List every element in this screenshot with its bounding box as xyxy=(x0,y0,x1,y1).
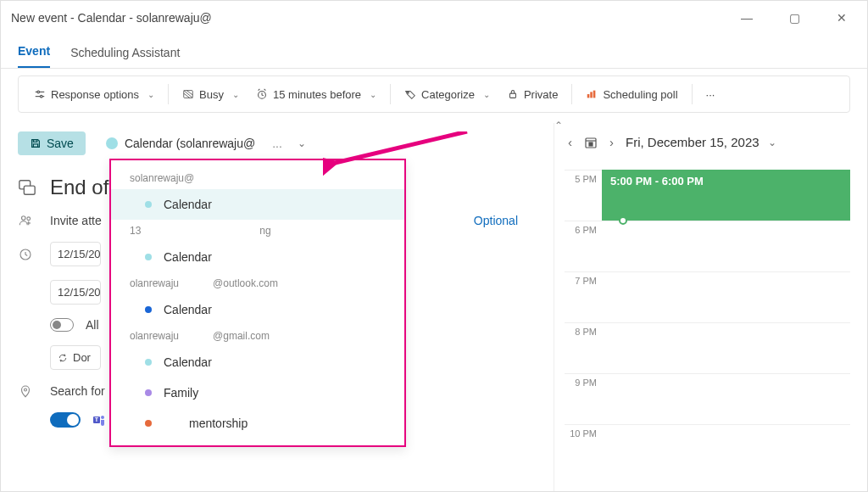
minimize-icon[interactable]: — xyxy=(732,11,762,25)
dropdown-item-calendar[interactable]: Calendar xyxy=(111,189,404,220)
svg-point-21 xyxy=(25,389,27,391)
response-options-button[interactable]: Response options⌄ xyxy=(27,83,161,106)
separator xyxy=(571,84,572,104)
day-header[interactable]: Fri, December 15, 2023 xyxy=(626,135,760,149)
calendar-selector[interactable]: Calendar (solanrewaju@ ... ⌄ xyxy=(97,133,314,154)
repeat-icon xyxy=(58,353,68,363)
separator xyxy=(168,84,169,104)
title-bar: New event - Calendar - solanrewaju@ — ▢ … xyxy=(1,1,867,35)
chevron-down-icon: ⌄ xyxy=(298,137,306,149)
color-dot xyxy=(145,306,152,313)
hour-label: 10 PM xyxy=(565,425,602,439)
tag-icon xyxy=(404,88,416,100)
svg-rect-9 xyxy=(591,92,593,98)
location-icon xyxy=(18,383,38,399)
next-day-button[interactable]: › xyxy=(606,131,617,153)
day-view: ⌃ ‹ › Fri, December 15, 2023 ⌄ 5:00 PM -… xyxy=(554,123,850,492)
repeat-field[interactable]: Dor xyxy=(50,345,101,370)
tab-scheduling[interactable]: Scheduling Assistant xyxy=(70,46,180,68)
allday-toggle[interactable] xyxy=(50,318,74,332)
private-button[interactable]: Private xyxy=(500,83,565,106)
end-date-field[interactable]: 12/15/20 xyxy=(50,280,101,305)
ellipsis-icon: ··· xyxy=(706,88,715,101)
resize-handle[interactable] xyxy=(619,216,627,225)
save-button[interactable]: Save xyxy=(18,131,86,155)
day-grid[interactable]: 5:00 PM - 6:00 PM 5 PM 6 PM 7 PM 8 PM 9 … xyxy=(565,170,850,475)
svg-line-13 xyxy=(331,131,467,164)
svg-text:T: T xyxy=(95,417,99,422)
dropdown-group: olanrewaju@outlook.com xyxy=(111,272,404,294)
dropdown-item-mentorship[interactable]: mentorship xyxy=(111,408,404,439)
svg-rect-12 xyxy=(33,140,36,143)
clock-icon xyxy=(256,88,268,100)
window-title: New event - Calendar - solanrewaju@ xyxy=(11,11,212,25)
dropdown-group: 13ng xyxy=(111,220,404,242)
save-icon xyxy=(30,137,42,149)
event-form: Save Calendar (solanrewaju@ ... ⌄ solanr… xyxy=(18,123,543,492)
color-dot xyxy=(145,420,152,427)
optional-button[interactable]: Optional xyxy=(474,214,518,227)
window-controls: — ▢ ✕ xyxy=(732,11,857,25)
svg-rect-8 xyxy=(587,94,590,98)
poll-icon xyxy=(586,88,598,100)
categorize-button[interactable]: Categorize⌄ xyxy=(398,83,497,106)
today-icon[interactable] xyxy=(584,136,598,149)
online-meeting-toggle[interactable] xyxy=(50,412,81,428)
scheduling-poll-button[interactable]: Scheduling poll xyxy=(579,83,684,106)
tab-bar: Event Scheduling Assistant xyxy=(1,35,867,69)
chevron-down-icon: ⌄ xyxy=(147,90,154,99)
close-icon[interactable]: ✕ xyxy=(826,11,857,25)
color-dot xyxy=(145,201,152,208)
event-title-input[interactable]: End of xyxy=(50,176,108,199)
tab-event[interactable]: Event xyxy=(18,44,50,68)
busy-icon xyxy=(182,88,194,100)
color-dot xyxy=(145,254,152,260)
dropdown-item-calendar[interactable]: Calendar xyxy=(111,347,404,377)
svg-rect-15 xyxy=(24,186,35,194)
chevron-down-icon: ⌄ xyxy=(483,90,490,99)
sliders-icon xyxy=(34,88,46,100)
scroll-up-icon[interactable]: ⌃ xyxy=(554,120,563,131)
hour-label: 8 PM xyxy=(565,323,602,337)
calendar-color-dot xyxy=(106,137,118,149)
calendar-event[interactable]: 5:00 PM - 6:00 PM xyxy=(602,170,850,221)
dropdown-item-calendar[interactable]: Calendar xyxy=(111,294,404,325)
chevron-down-icon: ⌄ xyxy=(370,90,376,99)
calendar-dropdown: solanrewaju@ Calendar 13ng Calendar olan… xyxy=(109,159,406,447)
hour-label: 6 PM xyxy=(565,221,602,235)
more-button[interactable]: ··· xyxy=(699,83,722,106)
chevron-down-icon[interactable]: ⌄ xyxy=(768,137,776,148)
allday-label: All xyxy=(86,318,99,332)
annotation-arrow xyxy=(323,131,476,181)
hour-label: 7 PM xyxy=(565,272,602,286)
svg-point-6 xyxy=(408,92,409,93)
start-date-field[interactable]: 12/15/20 xyxy=(50,242,101,266)
dropdown-item-family[interactable]: Family xyxy=(111,377,404,408)
reminder-button[interactable]: 15 minutes before⌄ xyxy=(249,83,383,106)
svg-rect-27 xyxy=(589,143,593,146)
separator xyxy=(390,84,391,104)
svg-rect-11 xyxy=(33,144,37,148)
hour-label: 9 PM xyxy=(565,374,602,388)
svg-point-24 xyxy=(101,416,104,419)
location-input[interactable]: Search for xyxy=(50,384,105,398)
busy-button[interactable]: Busy⌄ xyxy=(175,83,246,106)
svg-point-1 xyxy=(37,91,40,93)
maximize-icon[interactable]: ▢ xyxy=(779,11,810,25)
svg-point-17 xyxy=(27,217,31,221)
dropdown-item-calendar[interactable]: Calendar xyxy=(111,242,404,272)
color-dot xyxy=(145,359,152,366)
people-icon xyxy=(18,213,38,228)
title-icon xyxy=(18,178,38,197)
prev-day-button[interactable]: ‹ xyxy=(565,131,576,153)
separator xyxy=(692,84,693,104)
svg-rect-10 xyxy=(593,91,596,98)
chevron-down-icon: ⌄ xyxy=(232,90,239,99)
lock-icon xyxy=(507,88,519,100)
svg-point-3 xyxy=(40,95,42,98)
svg-point-16 xyxy=(22,216,26,221)
hour-label: 5 PM xyxy=(565,171,602,184)
toolbar: Response options⌄ Busy⌄ 15 minutes befor… xyxy=(18,75,850,113)
color-dot xyxy=(145,389,152,396)
invite-attendees-input[interactable]: Invite atte xyxy=(50,214,102,227)
